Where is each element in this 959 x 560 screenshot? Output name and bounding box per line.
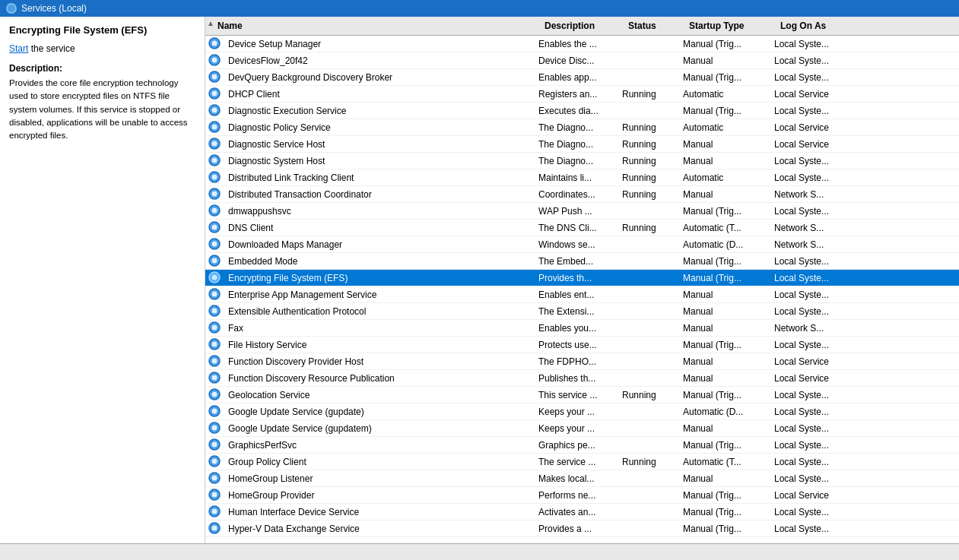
- service-logon: Network S...: [771, 188, 862, 201]
- table-row[interactable]: File History ServiceProtects use...Manua…: [205, 337, 959, 353]
- service-description: Protects use...: [535, 338, 619, 352]
- service-icon: [208, 505, 222, 519]
- service-startup-type: Manual (Trig...: [680, 388, 771, 402]
- svg-point-23: [212, 224, 218, 229]
- table-row[interactable]: GraphicsPerfSvcGraphics pe...Manual (Tri…: [205, 437, 959, 454]
- svg-point-47: [212, 425, 218, 430]
- service-icon: [208, 372, 222, 385]
- table-row[interactable]: FaxEnables you...ManualNetwork S...: [205, 320, 959, 337]
- table-row[interactable]: Human Interface Device ServiceActivates …: [205, 504, 959, 520]
- service-icon: [208, 238, 222, 252]
- table-row[interactable]: Enterprise App Management ServiceEnables…: [205, 286, 959, 303]
- service-description: Activates an...: [535, 505, 619, 519]
- service-description: The FDPHO...: [535, 355, 619, 369]
- service-name: File History Service: [225, 338, 535, 352]
- service-status: [619, 410, 680, 413]
- service-description: Enables ent...: [535, 288, 619, 302]
- service-name: Diagnostic Execution Service: [225, 104, 535, 118]
- table-row[interactable]: Google Update Service (gupdatem)Keeps yo…: [205, 420, 959, 437]
- service-icon: [208, 305, 222, 318]
- service-description: Registers an...: [535, 87, 619, 101]
- title-bar: Services (Local): [0, 0, 959, 17]
- table-row[interactable]: Function Discovery Provider HostThe FDPH…: [205, 353, 959, 370]
- service-startup-type: Manual (Trig...: [680, 438, 771, 452]
- service-status: [619, 427, 680, 430]
- service-logon: Local Syste...: [771, 405, 862, 419]
- col-header-startup[interactable]: Startup Type: [686, 19, 777, 33]
- service-status: Running: [619, 455, 680, 469]
- table-row[interactable]: Diagnostic System HostThe Diagno...Runni…: [205, 153, 959, 169]
- service-status: Running: [619, 221, 680, 235]
- service-name: Google Update Service (gupdate): [225, 405, 535, 419]
- table-row[interactable]: Diagnostic Service HostThe Diagno...Runn…: [205, 136, 959, 153]
- service-name: Encrypting File System (EFS): [225, 271, 535, 285]
- svg-point-5: [212, 74, 218, 79]
- service-icon: [208, 271, 222, 285]
- svg-point-53: [212, 475, 218, 480]
- col-header-description[interactable]: Description: [541, 19, 625, 33]
- table-row[interactable]: DNS ClientThe DNS Cli...RunningAutomatic…: [205, 220, 959, 236]
- service-startup-type: Manual (Trig...: [680, 255, 771, 268]
- title-bar-text: Services (Local): [21, 3, 87, 14]
- service-icon: [208, 355, 222, 369]
- service-status: [619, 260, 680, 263]
- table-row[interactable]: Diagnostic Policy ServiceThe Diagno...Ru…: [205, 119, 959, 136]
- service-startup-type: Manual (Trig...: [680, 522, 771, 536]
- service-name: dmwappushsvc: [225, 204, 535, 218]
- service-description: Makes local...: [535, 472, 619, 486]
- table-row[interactable]: DevicesFlow_20f42Device Disc...ManualLoc…: [205, 52, 959, 69]
- service-logon: Local Syste...: [771, 288, 862, 302]
- table-row[interactable]: HomeGroup ListenerMakes local...ManualLo…: [205, 470, 959, 487]
- service-startup-type: Manual: [680, 321, 771, 335]
- svg-point-39: [212, 358, 218, 363]
- main-container: Encrypting File System (EFS) Start the s…: [0, 17, 959, 543]
- service-startup-type: Manual: [680, 288, 771, 302]
- service-description: The Diagno...: [535, 154, 619, 168]
- service-icon: [208, 388, 222, 402]
- table-row[interactable]: Geolocation ServiceThis service ...Runni…: [205, 387, 959, 403]
- table-row[interactable]: Extensible Authentication ProtocolThe Ex…: [205, 303, 959, 320]
- table-row[interactable]: Hyper-V Data Exchange ServiceProvides a …: [205, 520, 959, 537]
- start-service-link[interactable]: Start: [9, 43, 28, 54]
- table-row[interactable]: Distributed Link Tracking ClientMaintain…: [205, 169, 959, 186]
- table-row[interactable]: DHCP ClientRegisters an...RunningAutomat…: [205, 86, 959, 103]
- service-logon: Network S...: [771, 321, 862, 335]
- service-description: Device Disc...: [535, 54, 619, 68]
- table-row[interactable]: Function Discovery Resource PublicationP…: [205, 370, 959, 387]
- table-row[interactable]: Diagnostic Execution ServiceExecutes dia…: [205, 103, 959, 119]
- table-row[interactable]: Downloaded Maps ManagerWindows se...Auto…: [205, 236, 959, 253]
- service-startup-type: Manual: [680, 188, 771, 201]
- table-row[interactable]: HomeGroup ProviderPerforms ne...Manual (…: [205, 487, 959, 504]
- table-row[interactable]: Encrypting File System (EFS)Provides th.…: [205, 270, 959, 286]
- service-startup-type: Automatic (T...: [680, 455, 771, 469]
- service-description: Enables you...: [535, 321, 619, 335]
- service-startup-type: Automatic: [680, 171, 771, 185]
- service-icon: [208, 472, 222, 486]
- table-row[interactable]: Group Policy ClientThe service ...Runnin…: [205, 454, 959, 470]
- service-icon: [208, 188, 222, 201]
- service-description: Keeps your ...: [535, 422, 619, 435]
- svg-point-21: [212, 207, 218, 213]
- table-row[interactable]: Device Setup ManagerEnables the ...Manua…: [205, 36, 959, 52]
- col-header-status[interactable]: Status: [625, 19, 686, 33]
- service-description: WAP Push ...: [535, 204, 619, 218]
- service-status: [619, 494, 680, 497]
- table-row[interactable]: DevQuery Background Discovery BrokerEnab…: [205, 69, 959, 86]
- service-description: Provides a ...: [535, 522, 619, 536]
- table-row[interactable]: dmwappushsvcWAP Push ...Manual (Trig...L…: [205, 203, 959, 220]
- service-startup-type: Manual (Trig...: [680, 489, 771, 502]
- table-row[interactable]: Google Update Service (gupdate)Keeps you…: [205, 403, 959, 420]
- service-startup-type: Manual: [680, 54, 771, 68]
- svg-point-29: [212, 274, 218, 280]
- service-startup-type: Manual: [680, 138, 771, 151]
- service-logon: Local Syste...: [771, 154, 862, 168]
- service-name: Enterprise App Management Service: [225, 288, 535, 302]
- col-header-logon[interactable]: Log On As: [777, 19, 868, 33]
- service-startup-type: Manual (Trig...: [680, 204, 771, 218]
- service-logon: Local Syste...: [771, 472, 862, 486]
- table-row[interactable]: Embedded ModeThe Embed...Manual (Trig...…: [205, 253, 959, 270]
- service-description: Publishes th...: [535, 372, 619, 385]
- svg-point-17: [212, 174, 218, 179]
- col-header-name[interactable]: Name: [214, 19, 541, 33]
- table-row[interactable]: Distributed Transaction CoordinatorCoord…: [205, 186, 959, 203]
